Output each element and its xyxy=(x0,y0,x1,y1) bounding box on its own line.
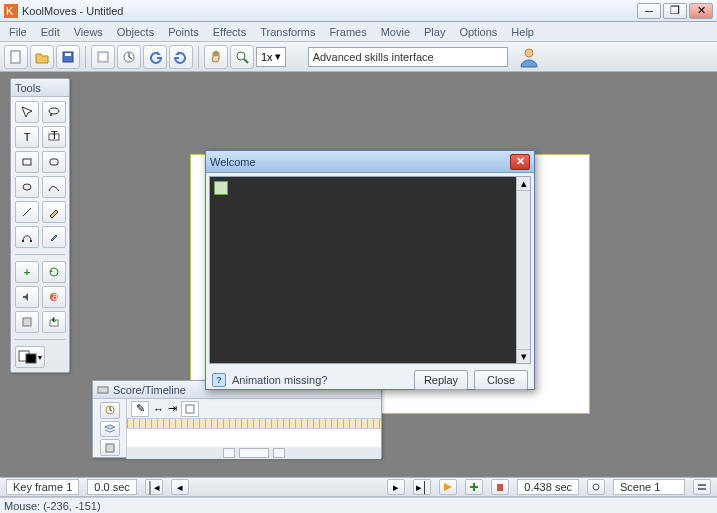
score-props-button[interactable] xyxy=(100,439,120,456)
user-icon[interactable] xyxy=(518,46,540,68)
scene-indicator[interactable]: Scene 1 xyxy=(613,479,685,495)
close-button[interactable]: Close xyxy=(474,370,528,390)
tool-pen[interactable] xyxy=(42,201,66,223)
goto-end-button[interactable]: ▸│ xyxy=(413,479,431,495)
svg-rect-16 xyxy=(50,159,58,165)
step-back-button[interactable]: ◂ xyxy=(171,479,189,495)
score-ruler[interactable] xyxy=(127,419,381,429)
loop-button[interactable] xyxy=(587,479,605,495)
menu-movie[interactable]: Movie xyxy=(374,22,417,41)
score-arrows-icon[interactable]: ↔ xyxy=(153,403,164,415)
library-button[interactable] xyxy=(91,45,115,69)
tool-rectangle[interactable] xyxy=(15,151,39,173)
tool-freehand[interactable] xyxy=(42,176,66,198)
menu-points[interactable]: Points xyxy=(161,22,206,41)
zoom-tool-button[interactable] xyxy=(230,45,254,69)
score-layers-button[interactable] xyxy=(100,421,120,438)
menu-help[interactable]: Help xyxy=(504,22,541,41)
tool-selection[interactable] xyxy=(15,101,39,123)
svg-rect-6 xyxy=(100,54,106,60)
open-file-button[interactable] xyxy=(30,45,54,69)
dialog-title-bar[interactable]: Welcome ✕ xyxy=(206,151,534,173)
replay-button[interactable]: Replay xyxy=(414,370,468,390)
dialog-scrollbar[interactable]: ▴ ▾ xyxy=(516,177,530,363)
svg-rect-29 xyxy=(106,444,114,452)
menu-play[interactable]: Play xyxy=(417,22,452,41)
score-scrollbar[interactable] xyxy=(127,447,381,459)
keyframe-indicator[interactable]: Key frame 1 xyxy=(6,479,79,495)
new-file-button[interactable] xyxy=(4,45,28,69)
tool-curve[interactable] xyxy=(15,226,39,248)
tool-eyedropper[interactable] xyxy=(42,226,66,248)
score-pencil-button[interactable]: ✎ xyxy=(131,401,149,417)
scroll-thumb[interactable] xyxy=(239,448,269,458)
menu-options[interactable]: Options xyxy=(452,22,504,41)
tool-lasso[interactable] xyxy=(42,101,66,123)
tools-separator xyxy=(15,339,65,340)
scroll-up-icon[interactable]: ▴ xyxy=(517,177,530,191)
svg-text:T: T xyxy=(51,131,58,141)
menu-views[interactable]: Views xyxy=(67,22,110,41)
tool-add-point[interactable]: + xyxy=(15,261,39,283)
clock-button[interactable] xyxy=(117,45,141,69)
goto-start-button[interactable]: │◂ xyxy=(145,479,163,495)
scroll-right-icon[interactable] xyxy=(273,448,285,458)
svg-rect-4 xyxy=(65,53,71,56)
tool-import[interactable] xyxy=(42,311,66,333)
hand-tool-button[interactable] xyxy=(204,45,228,69)
menu-file[interactable]: File xyxy=(2,22,34,41)
scroll-down-icon[interactable]: ▾ xyxy=(517,349,530,363)
tool-component[interactable] xyxy=(15,311,39,333)
score-panel-title: Score/Timeline xyxy=(113,384,186,396)
tool-sound[interactable] xyxy=(15,286,39,308)
tool-refresh[interactable] xyxy=(42,261,66,283)
svg-rect-26 xyxy=(26,354,36,363)
minimize-button[interactable]: ─ xyxy=(637,3,661,19)
undo-button[interactable] xyxy=(143,45,167,69)
menu-frames[interactable]: Frames xyxy=(322,22,373,41)
svg-line-9 xyxy=(244,59,248,63)
tool-ellipse[interactable] xyxy=(15,176,39,198)
save-file-button[interactable] xyxy=(56,45,80,69)
tool-color-swatch[interactable]: ▾ xyxy=(15,346,45,368)
score-move-icon[interactable]: ⇥ xyxy=(168,402,177,415)
skills-text: Advanced skills interface xyxy=(313,51,434,63)
help-icon[interactable]: ? xyxy=(212,373,226,387)
skills-interface-field[interactable]: Advanced skills interface xyxy=(308,47,508,67)
tool-line[interactable] xyxy=(15,201,39,223)
score-toolbar: ✎ ↔ ⇥ xyxy=(127,399,381,419)
tool-action[interactable]: a xyxy=(42,286,66,308)
scene-menu-button[interactable] xyxy=(693,479,711,495)
score-clock-button[interactable] xyxy=(100,402,120,419)
maximize-button[interactable]: ❐ xyxy=(663,3,687,19)
score-track[interactable] xyxy=(127,429,381,447)
menu-effects[interactable]: Effects xyxy=(206,22,253,41)
menu-objects[interactable]: Objects xyxy=(110,22,161,41)
tools-panel-title[interactable]: Tools xyxy=(11,79,69,97)
time-right-field[interactable]: 0.438 sec xyxy=(517,479,579,495)
close-window-button[interactable]: ✕ xyxy=(689,3,713,19)
zoom-level-dropdown[interactable]: 1x ▾ xyxy=(256,47,286,67)
play-button[interactable] xyxy=(439,479,457,495)
svg-point-11 xyxy=(49,108,59,114)
dialog-close-x-button[interactable]: ✕ xyxy=(510,154,530,170)
time-left-field[interactable]: 0.0 sec xyxy=(87,479,136,495)
svg-rect-34 xyxy=(698,488,706,490)
step-forward-button[interactable]: ▸ xyxy=(387,479,405,495)
scroll-left-icon[interactable] xyxy=(223,448,235,458)
dialog-title: Welcome xyxy=(210,156,256,168)
svg-line-18 xyxy=(23,208,31,216)
tool-rounded-rect[interactable] xyxy=(42,151,66,173)
delete-frame-button[interactable] xyxy=(491,479,509,495)
score-frame-button[interactable] xyxy=(181,401,199,417)
svg-text:K: K xyxy=(6,5,14,17)
redo-button[interactable] xyxy=(169,45,193,69)
tool-text[interactable]: T xyxy=(15,126,39,148)
menu-edit[interactable]: Edit xyxy=(34,22,67,41)
svg-rect-30 xyxy=(186,405,194,413)
playback-bar: Key frame 1 0.0 sec │◂ ◂ ▸ ▸│ 0.438 sec … xyxy=(0,477,717,497)
plus-icon: + xyxy=(24,266,30,278)
tool-text-field[interactable]: T xyxy=(42,126,66,148)
add-frame-button[interactable] xyxy=(465,479,483,495)
menu-transforms[interactable]: Transforms xyxy=(253,22,322,41)
